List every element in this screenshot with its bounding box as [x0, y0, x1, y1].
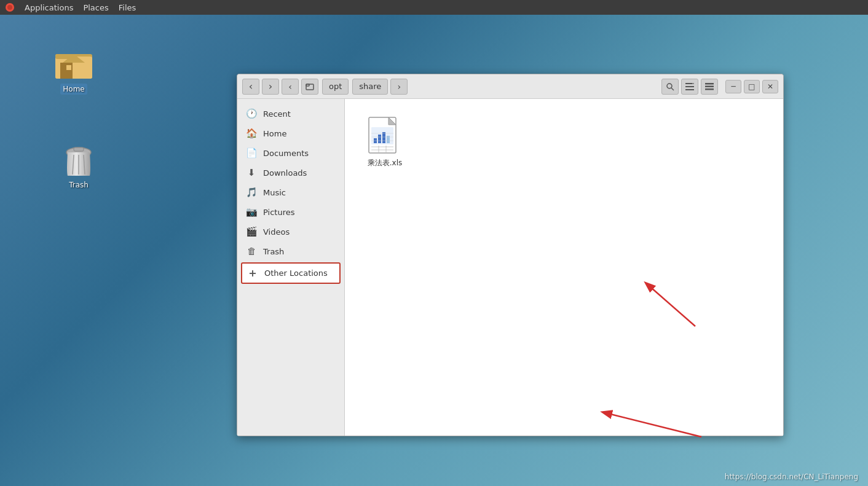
- sidebar-item-music[interactable]: 🎵 Music: [237, 182, 344, 202]
- trash-icon-label: Trash: [69, 181, 89, 189]
- menu-places[interactable]: Places: [83, 3, 108, 12]
- sidebar-label-other-locations: Other Locations: [264, 268, 328, 278]
- svg-rect-23: [705, 85, 714, 87]
- main-content: 🕐 Recent 🏠 Home 📄 Documents ⬇ Downloads …: [237, 99, 783, 436]
- sidebar-item-videos[interactable]: 🎬 Videos: [237, 222, 344, 241]
- search-button[interactable]: [661, 79, 679, 95]
- pictures-icon: 📷: [246, 206, 257, 218]
- home-folder-image: [54, 43, 93, 82]
- svg-rect-15: [306, 84, 309, 86]
- file-manager-window: ‹ › ‹ opt share ›: [237, 74, 784, 436]
- sidebar-label-pictures: Pictures: [263, 208, 294, 217]
- sidebar-item-downloads[interactable]: ⬇ Downloads: [237, 163, 344, 182]
- up-button[interactable]: ‹: [282, 79, 299, 95]
- svg-rect-24: [705, 88, 714, 90]
- forward-button[interactable]: ›: [262, 79, 279, 95]
- videos-icon: 🎬: [246, 226, 257, 237]
- svg-line-42: [603, 412, 701, 436]
- svg-line-17: [671, 88, 674, 90]
- menu-files[interactable]: Files: [119, 3, 136, 12]
- maximize-button[interactable]: □: [744, 80, 760, 93]
- minimize-button[interactable]: ─: [725, 80, 741, 93]
- toolbar-right: [661, 79, 718, 95]
- documents-icon: 📄: [246, 147, 257, 159]
- recent-icon: 🕐: [246, 108, 257, 119]
- menubar: Applications Places Files: [0, 0, 868, 15]
- svg-rect-14: [306, 84, 314, 90]
- music-icon: 🎵: [246, 187, 257, 198]
- file-area: 乘法表.xls: [345, 99, 783, 436]
- sidebar-item-home[interactable]: 🏠 Home: [237, 123, 344, 143]
- home-icon: 🏠: [246, 128, 257, 139]
- sidebar-label-documents: Documents: [263, 149, 309, 158]
- downloads-icon: ⬇: [246, 167, 257, 178]
- app-logo: [5, 2, 15, 12]
- view-list-button[interactable]: [701, 79, 718, 95]
- toolbar: ‹ › ‹ opt share ›: [237, 74, 783, 99]
- svg-rect-30: [378, 135, 381, 143]
- desktop-trash-icon[interactable]: Trash: [54, 141, 103, 189]
- sidebar-label-home: Home: [263, 129, 286, 138]
- file-xls[interactable]: 乘法表.xls: [357, 111, 412, 173]
- trash-icon: 🗑: [246, 246, 257, 257]
- sidebar-item-other-locations[interactable]: + Other Locations: [241, 262, 341, 284]
- sidebar-item-recent[interactable]: 🕐 Recent: [237, 104, 344, 123]
- svg-rect-31: [382, 132, 385, 143]
- svg-rect-13: [74, 147, 84, 151]
- home-icon-label: Home: [60, 84, 87, 95]
- sidebar: 🕐 Recent 🏠 Home 📄 Documents ⬇ Downloads …: [237, 99, 345, 436]
- svg-rect-21: [692, 83, 694, 84]
- trash-icon-image: [59, 141, 98, 181]
- sidebar-label-music: Music: [263, 188, 286, 197]
- breadcrumb-share[interactable]: share: [352, 79, 388, 95]
- sidebar-label-downloads: Downloads: [263, 168, 307, 178]
- file-xls-name: 乘法表.xls: [368, 158, 403, 168]
- sidebar-label-recent: Recent: [263, 109, 291, 119]
- location-icon-button[interactable]: [301, 79, 318, 95]
- xls-file-image: [368, 116, 402, 155]
- sidebar-item-documents[interactable]: 📄 Documents: [237, 143, 344, 163]
- svg-point-1: [7, 5, 12, 10]
- desktop-home-icon[interactable]: Home: [49, 43, 98, 95]
- sidebar-item-trash[interactable]: 🗑 Trash: [237, 241, 344, 261]
- back-button[interactable]: ‹: [242, 79, 259, 95]
- window-controls: ─ □ ✕: [725, 80, 778, 93]
- annotation-arrows: [474, 148, 783, 436]
- view-details-button[interactable]: [681, 79, 698, 95]
- svg-rect-20: [685, 89, 694, 90]
- breadcrumb-next-button[interactable]: ›: [390, 79, 408, 95]
- menu-applications[interactable]: Applications: [25, 3, 73, 12]
- sidebar-label-trash: Trash: [263, 247, 284, 256]
- svg-rect-5: [60, 63, 73, 79]
- sidebar-label-videos: Videos: [263, 227, 290, 237]
- svg-line-41: [646, 283, 695, 326]
- other-locations-icon: +: [247, 267, 258, 279]
- close-button[interactable]: ✕: [762, 80, 778, 93]
- svg-rect-7: [66, 65, 71, 70]
- sidebar-item-pictures[interactable]: 📷 Pictures: [237, 202, 344, 222]
- svg-point-16: [667, 84, 672, 88]
- svg-rect-19: [685, 86, 694, 87]
- statusbar-url: https://blog.csdn.net/CN_LiTianpeng: [725, 472, 858, 481]
- breadcrumb-opt[interactable]: opt: [322, 79, 349, 95]
- svg-rect-22: [705, 83, 714, 85]
